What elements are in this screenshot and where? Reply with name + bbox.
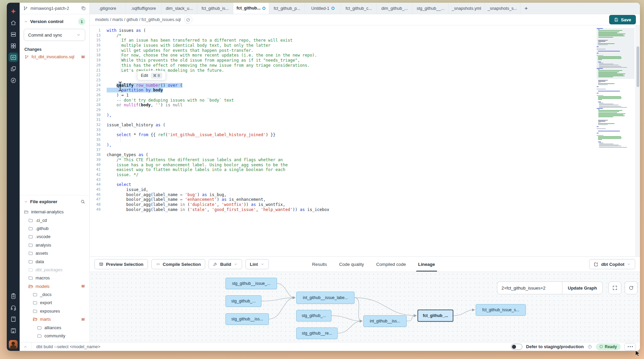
tab-fct-github-is-[interactable]: fct_github_is... xyxy=(197,3,233,14)
fullscreen-button[interactable] xyxy=(608,281,621,294)
minimap[interactable] xyxy=(597,28,635,254)
code-line-18[interactable]: 18 For now, choose the one with more rec… xyxy=(90,53,591,58)
update-graph-button[interactable]: Update Graph xyxy=(562,281,603,294)
tree-item--docs[interactable]: _docs xyxy=(20,290,89,298)
file-explorer-header[interactable]: File explorer xyxy=(20,195,89,207)
tree-item-dbt-packages[interactable]: dbt_packages xyxy=(20,266,89,274)
panel-tab-code-quality[interactable]: Code quality xyxy=(339,257,364,272)
code-line-41[interactable]: 41 easiest way to flatten multiple label… xyxy=(90,167,591,172)
panel-tab-results[interactable]: Results xyxy=(312,257,327,272)
tree-item-community[interactable]: community xyxy=(20,332,89,340)
tab-dim-github-[interactable]: dim_github_... xyxy=(377,3,413,14)
home-icon[interactable] xyxy=(8,18,18,27)
lineage-node-n3[interactable]: stg_github__iss... xyxy=(226,313,269,325)
new-tab-button[interactable]: + xyxy=(520,3,532,14)
lint-button[interactable]: Lint xyxy=(245,259,269,269)
scrollbar-thumb[interactable] xyxy=(637,46,639,87)
dbt-logo[interactable] xyxy=(8,6,18,16)
code-line-34[interactable]: 34 select * from {{ ref('int_github__iss… xyxy=(90,132,591,138)
tree-item-data[interactable]: data xyxy=(20,257,89,266)
code-line-45[interactable]: 45 issue_id, xyxy=(90,187,591,192)
code-line-29[interactable]: 29 xyxy=(90,108,591,113)
code-line-27[interactable]: 27 -- don't try deduping issues with no … xyxy=(90,98,591,103)
code-line-20[interactable]: 20 this has the effect of removing the n… xyxy=(90,63,591,68)
code-line-25[interactable]: 25 partition by body xyxy=(90,88,591,93)
explore-compass-icon[interactable] xyxy=(8,76,18,85)
preview-selection-button[interactable]: Preview Selection xyxy=(94,259,148,269)
code-line-40[interactable]: 40 issue has a bug or enhancement label.… xyxy=(90,163,591,168)
defer-toggle[interactable] xyxy=(511,344,522,350)
tree-item-alliances[interactable]: alliances xyxy=(20,323,89,332)
lineage-node-n2[interactable]: stg_github_... xyxy=(226,295,261,307)
code-line-46[interactable]: 46 boolor_agg(label_name = 'bug') as is_… xyxy=(90,192,591,197)
tab--snapshots-s-[interactable]: _snapshots_s... xyxy=(485,3,520,14)
duplicate-windows-icon[interactable] xyxy=(8,64,18,73)
tab--snapshots-yml[interactable]: _snapshots.yml xyxy=(449,3,485,14)
tree-item-assets[interactable]: assets xyxy=(20,249,89,257)
tab-fct-github-c-[interactable]: fct_github_c... xyxy=(341,3,377,14)
tree-item-models[interactable]: modelsM xyxy=(20,282,89,290)
commit-and-sync-dropdown[interactable]: Commit and sync xyxy=(24,29,85,41)
tree-item-export[interactable]: export xyxy=(20,299,89,307)
code-line-15[interactable]: 15 If an issue has been transferred to a… xyxy=(90,38,591,43)
code-line-31[interactable]: 31 xyxy=(90,118,591,123)
tab-fct-github-[interactable]: fct_github... xyxy=(233,3,269,14)
code-line-13[interactable]: 13 /* xyxy=(90,33,591,38)
code-line-42[interactable]: 42 issue. */ xyxy=(90,172,591,177)
lineage-selector-input[interactable] xyxy=(497,281,562,294)
code-line-19[interactable]: 19 While this prevents the old issue fro… xyxy=(90,58,591,63)
code-line-36[interactable]: 36), xyxy=(90,143,591,148)
help-question-icon[interactable] xyxy=(587,344,592,349)
code-line-49[interactable]: 49 boolor_agg(label_name in ('stale', 'g… xyxy=(90,207,591,212)
changed-file-row[interactable]: fct_dbt_invocations.sql M xyxy=(20,53,89,61)
copy-icon[interactable] xyxy=(81,6,86,11)
code-line-38[interactable]: 38change_types as ( xyxy=(90,152,591,157)
lineage-node-n4[interactable]: int_github__issue_labe... xyxy=(296,292,355,304)
refresh-button[interactable] xyxy=(625,281,638,294)
tab-fct-github-p-[interactable]: fct_github_p... xyxy=(269,3,305,14)
reader-panel-icon[interactable] xyxy=(8,326,18,335)
code-line-30[interactable]: 30), xyxy=(90,113,591,118)
vertical-scrollbar[interactable] xyxy=(636,25,640,256)
support-headset-icon[interactable] xyxy=(8,303,18,312)
code-line-48[interactable]: 48 boolor_agg(label_name in ('duplicate'… xyxy=(90,202,591,207)
code-line-1[interactable]: 1with issues as ( xyxy=(90,28,591,33)
environments-icon[interactable] xyxy=(8,29,18,39)
tab--sqlfluffignore[interactable]: .sqlfluffignore xyxy=(126,3,162,14)
user-avatar[interactable] xyxy=(9,340,18,349)
build-button[interactable]: Build xyxy=(209,259,242,269)
tree-item--github[interactable]: .github xyxy=(20,224,89,232)
code-line-17[interactable]: 17 will get updates for events that happ… xyxy=(90,48,591,53)
tree-item--vscode[interactable]: .vscode xyxy=(20,233,89,241)
tree-item--ci-cd[interactable]: .ci_cd xyxy=(20,216,89,224)
search-icon[interactable] xyxy=(80,199,85,204)
tree-item-analysis[interactable]: analysis xyxy=(20,241,89,249)
code-line-43[interactable]: 43 xyxy=(90,177,591,183)
code-line-47[interactable]: 47 boolor_agg(label_name = 'enhancement'… xyxy=(90,197,591,202)
code-line-39[interactable]: 39 /* This CTE flattens the different is… xyxy=(90,157,591,163)
code-line-33[interactable]: 33 xyxy=(90,128,591,133)
dbt-copilot-button[interactable]: dbt Copilot xyxy=(589,259,635,269)
code-line-24[interactable]: 24 qualify row_number() over ( xyxy=(90,83,591,88)
version-control-header[interactable]: Version control 1 xyxy=(20,14,89,28)
tab-untitled-1[interactable]: Untitled-1 xyxy=(305,3,341,14)
tab-stg-github-[interactable]: stg_github__... xyxy=(413,3,449,14)
lint-fix-icon[interactable] xyxy=(184,16,192,24)
clipboard-icon[interactable] xyxy=(8,291,18,301)
docs-book-icon[interactable] xyxy=(8,314,18,324)
code-line-32[interactable]: 32issue_label_history as ( xyxy=(90,123,591,128)
save-button[interactable]: Save xyxy=(609,15,636,24)
dbt-command-input[interactable]: dbt build --select <model_name> xyxy=(31,342,508,351)
code-line-16[interactable]: 16 multiple issues with identical body t… xyxy=(90,43,591,48)
lineage-canvas[interactable]: Update Graph stg_github__issue_...stg_gi… xyxy=(90,272,640,342)
tab-dim-slack-u-[interactable]: dim_slack_u... xyxy=(162,3,197,14)
code-line-26[interactable]: 26 ) = 1 xyxy=(90,93,591,98)
lineage-node-n5[interactable]: stg_github_... xyxy=(296,310,331,321)
code-line-35[interactable]: 35 xyxy=(90,138,591,143)
collapse-chevron-icon[interactable] xyxy=(23,344,28,349)
lineage-node-n6[interactable]: stg_github__re... xyxy=(296,328,338,339)
edit-context-popup[interactable]: Edit ⌘ B xyxy=(137,71,166,80)
code-editor[interactable]: 1with issues as (13 /*15 If an issue has… xyxy=(90,25,640,256)
lineage-node-n1[interactable]: stg_github__issue_... xyxy=(226,278,277,289)
tab--gitignore[interactable]: .gitignore xyxy=(90,3,126,14)
